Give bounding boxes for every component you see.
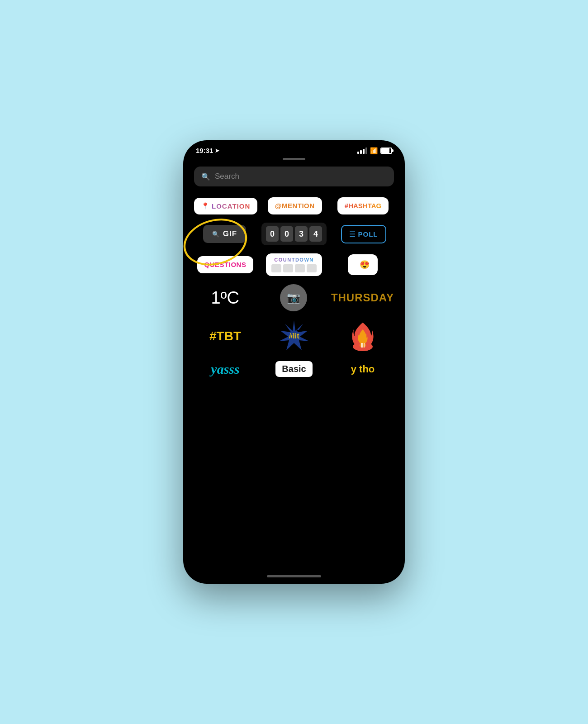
basic-label: Basic	[282, 364, 306, 374]
sticker-gif[interactable]: 🔍 GIF	[194, 225, 255, 243]
sticker-temperature[interactable]: 1ºC	[194, 288, 256, 308]
pin-icon: 📍	[201, 202, 209, 210]
sticker-camera[interactable]: 📷	[262, 284, 324, 311]
sticker-row-4: 1ºC 📷 THURSDAY	[194, 284, 394, 311]
stickers-grid: 📍 LOCATION @MENTION #HASHTAG 🔍	[183, 197, 405, 571]
countdown-label: COUNTDOWN	[274, 257, 313, 262]
sticker-questions[interactable]: QUESTIONS	[194, 256, 256, 273]
ytho-label: y tho	[351, 363, 375, 375]
flip-digit-3: 4	[309, 226, 322, 242]
status-bar: 19:31 ➤ 📶	[183, 140, 405, 158]
slider-emoji: 😍	[360, 260, 370, 270]
location-label: LOCATION	[212, 202, 250, 210]
countdown-tiles	[271, 264, 317, 272]
home-indicator	[267, 575, 321, 577]
battery-icon	[380, 148, 392, 154]
hashtag-label: #HASHTAG	[345, 202, 381, 210]
wifi-icon: 📶	[370, 147, 378, 154]
gif-search-icon: 🔍	[212, 231, 219, 238]
mention-label: @MENTION	[275, 202, 315, 210]
search-icon: 🔍	[201, 172, 210, 181]
flip-digit-1: 0	[280, 226, 293, 242]
temperature-label: 1ºC	[211, 288, 239, 308]
sticker-mention[interactable]: @MENTION	[264, 197, 326, 214]
sticker-row-3: QUESTIONS COUNTDOWN 😍	[194, 253, 394, 276]
flip-digit-0: 0	[266, 226, 279, 242]
sticker-yasss[interactable]: yasss	[194, 362, 256, 377]
signal-bars-icon	[357, 148, 367, 154]
sticker-fire[interactable]	[332, 320, 394, 352]
fire-svg	[349, 320, 376, 352]
sticker-tbt[interactable]: #TBT	[194, 329, 256, 343]
tbt-label: #TBT	[209, 329, 241, 343]
gif-label: GIF	[223, 229, 237, 238]
thursday-label: THURSDAY	[331, 291, 394, 304]
status-left: 19:31 ➤	[196, 147, 219, 154]
sticker-row-5: #TBT #lit ✦✦	[194, 319, 394, 353]
sticker-hashtag[interactable]: #HASHTAG	[332, 197, 394, 214]
sticker-row-1: 📍 LOCATION @MENTION #HASHTAG	[194, 197, 394, 214]
bottom-bar	[183, 571, 405, 584]
phone-frame: 19:31 ➤ 📶 🔍 Search 📍 LOCATION	[183, 140, 405, 584]
flip-digit-2: 3	[295, 226, 308, 242]
sticker-ytho[interactable]: y tho	[332, 363, 394, 375]
poll-label: POLL	[358, 230, 378, 238]
sticker-row-6: yasss Basic y tho	[194, 361, 394, 377]
sticker-location[interactable]: 📍 LOCATION	[194, 198, 257, 214]
questions-label: QUESTIONS	[204, 261, 247, 268]
lit-stars-icon: ✦✦	[296, 328, 303, 333]
sticker-countdown[interactable]: COUNTDOWN	[263, 253, 325, 276]
sticker-thursday[interactable]: THURSDAY	[331, 291, 394, 304]
search-bar[interactable]: 🔍 Search	[194, 167, 394, 186]
yasss-label: yasss	[211, 362, 239, 377]
sticker-poll[interactable]: ☰ POLL	[333, 225, 394, 243]
poll-lines-icon: ☰	[349, 230, 356, 238]
sticker-flipclock[interactable]: 0 0 3 4	[261, 223, 327, 245]
status-right: 📶	[357, 147, 392, 154]
camera-icon: 📷	[287, 291, 300, 304]
sticker-lit[interactable]: #lit ✦✦	[263, 319, 325, 353]
sticker-slider[interactable]: 😍	[332, 254, 394, 275]
sticker-row-2: 🔍 GIF 0 0 3 4 ☰ POLL	[194, 223, 394, 245]
time-display: 19:31	[196, 147, 213, 154]
lit-hashtag-symbol: #	[289, 332, 293, 340]
drag-handle	[283, 158, 305, 160]
sticker-basic[interactable]: Basic	[263, 361, 325, 377]
search-placeholder: Search	[215, 172, 239, 181]
location-arrow-icon: ➤	[215, 148, 219, 154]
